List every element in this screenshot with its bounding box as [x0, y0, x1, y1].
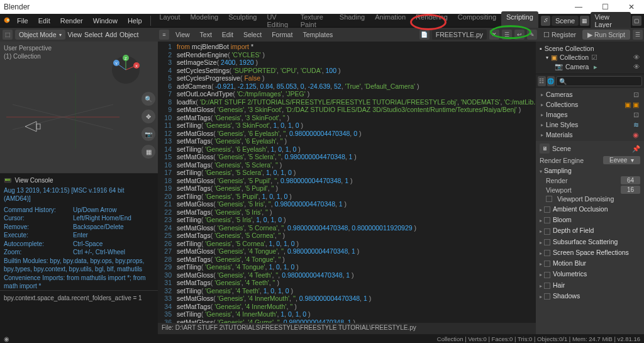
prop-linestyles[interactable]: ▸Line Styles≋: [537, 120, 643, 130]
panel-motion-blur[interactable]: ▸Motion Blur: [540, 259, 640, 267]
panel-volumetrics[interactable]: ▸Volumetrics: [540, 269, 640, 278]
outliner-camera[interactable]: Camera: [565, 63, 589, 70]
svg-text:Y: Y: [115, 62, 118, 65]
console-help-row: Zoom:Ctrl +/-, Ctrl-Wheel: [4, 248, 154, 257]
te-menu-format[interactable]: Format: [268, 30, 296, 40]
menu-help[interactable]: Help: [123, 16, 147, 26]
svg-text:Z: Z: [125, 57, 127, 60]
te-menu-edit[interactable]: Edit: [218, 30, 237, 40]
panel-subsurface-scattering[interactable]: ▸Subsurface Scattering: [540, 237, 640, 246]
scene-icon[interactable]: 𝓢: [541, 16, 550, 26]
viewlayer-selector[interactable]: View Layer: [591, 12, 630, 30]
console-header: 📟 View Console: [4, 176, 154, 185]
script-filename[interactable]: FREESTYLE.py: [432, 30, 487, 40]
workspace-tab-layout[interactable]: Layout: [154, 11, 185, 30]
scene-selector[interactable]: Scene: [552, 16, 579, 26]
menu-render[interactable]: Render: [56, 16, 87, 26]
workspace-tab-rendering[interactable]: Rendering: [411, 11, 453, 30]
camera-view-icon[interactable]: 📷: [142, 127, 155, 141]
menu-edit[interactable]: Edit: [34, 16, 55, 26]
editor-type-outliner[interactable]: ☰: [633, 30, 643, 40]
move-view-icon[interactable]: ✥: [142, 110, 155, 123]
console-help-row: Autocomplete:Ctrl-Space: [4, 240, 154, 249]
visibility-toggle-camera[interactable]: 👁: [633, 63, 640, 70]
filter-icon[interactable]: ☷: [538, 76, 546, 86]
new-layer-button[interactable]: ▢: [632, 16, 641, 26]
wrap-toggle[interactable]: ↩: [514, 30, 525, 40]
scene-collection-icon: ▪: [540, 45, 542, 52]
viewport-denoise-checkbox[interactable]: [546, 196, 552, 202]
editor-type-selector[interactable]: ⬚: [3, 30, 13, 40]
te-menu-text[interactable]: Text: [196, 30, 216, 40]
sampling-panel[interactable]: ▾Sampling: [540, 166, 640, 175]
perspective-toggle-icon[interactable]: ▦: [142, 145, 155, 159]
outliner-collection[interactable]: Collection: [560, 53, 589, 61]
3d-viewport[interactable]: User Perspective (1) Collection X Z: [0, 42, 158, 174]
te-menu-select[interactable]: Select: [240, 30, 265, 40]
code-content[interactable]: from mcjBlendBot import *setRenderEngine…: [177, 42, 536, 334]
workspace-tab-sculpting[interactable]: Sculpting: [223, 11, 262, 30]
prop-images[interactable]: ▸Images⊡: [537, 110, 643, 120]
vp-menu-view[interactable]: View: [68, 31, 82, 38]
register-checkbox[interactable]: ☐ Register: [540, 30, 580, 40]
camera-object: [25, 121, 40, 132]
workspace-tab-compositing[interactable]: Compositing: [453, 11, 501, 30]
vp-menu-object[interactable]: Object: [119, 31, 138, 38]
svg-marker-7: [25, 121, 36, 132]
layer-icon[interactable]: ▦: [580, 16, 589, 26]
workspace-tab-animation[interactable]: Animation: [370, 11, 411, 30]
app-title: Blender: [4, 3, 30, 11]
visibility-toggle[interactable]: 👁: [633, 53, 640, 61]
viewport-overlay-label: User Perspective (1) Collection: [4, 44, 52, 60]
unlink-button[interactable]: ✕: [489, 30, 499, 40]
menu-file[interactable]: File: [13, 16, 33, 26]
svg-point-2: [8, 20, 9, 21]
te-menu-view[interactable]: View: [172, 30, 194, 40]
orientation-gizmo[interactable]: X Z Y: [110, 54, 142, 86]
properties-panel: 🖥Scene📌 Render EngineEevee ▾ ▾Sampling R…: [536, 141, 644, 334]
outliner[interactable]: ▪Scene Collection ▾▣Collection☑👁 📷Camera…: [536, 42, 644, 74]
panel-hair[interactable]: ▸Hair: [540, 281, 640, 290]
scene-prop-icon[interactable]: 🖥: [540, 143, 550, 154]
vp-menu-add[interactable]: Add: [105, 31, 117, 38]
zoom-icon[interactable]: 🔍: [142, 92, 155, 106]
property-search-input[interactable]: [556, 76, 642, 86]
display-mode-icon[interactable]: 🌐: [547, 76, 555, 86]
panel-depth-of-field[interactable]: ▸Depth of Field: [540, 226, 640, 235]
panel-screen-space-reflections[interactable]: ▸Screen Space Reflections: [540, 248, 640, 257]
prop-cameras[interactable]: ▸Cameras⊡: [537, 89, 643, 99]
panel-bloom[interactable]: ▸Bloom: [540, 215, 640, 224]
pin-icon[interactable]: 📌: [632, 145, 640, 153]
mode-selector[interactable]: Object Mode▾: [15, 30, 65, 40]
minimize-button[interactable]: —: [570, 3, 587, 11]
workspace-tab-shading[interactable]: Shading: [335, 11, 370, 30]
render-engine-dropdown[interactable]: Eevee ▾: [603, 156, 640, 164]
blender-logo-icon: [3, 16, 11, 26]
text-datablock-icon[interactable]: 📄: [419, 30, 430, 40]
vp-menu-select[interactable]: Select: [84, 31, 103, 38]
workspace-tab-scripting[interactable]: Scripting: [501, 11, 538, 30]
workspace-tab-uv-editing[interactable]: UV Editing: [262, 11, 295, 30]
status-icon: ◉: [4, 335, 9, 342]
prop-materials[interactable]: ▸Materials◉: [537, 130, 643, 140]
viewport-samples-input[interactable]: 16: [621, 186, 640, 194]
panel-shadows[interactable]: ▸Shadows: [540, 291, 640, 300]
status-bar: ◉ Collection | Verts:0 | Faces:0 | Tris:…: [0, 334, 644, 343]
text-editor-type-icon[interactable]: ≡: [159, 30, 169, 40]
workspace-tab-modeling[interactable]: Modeling: [186, 11, 224, 30]
run-script-button[interactable]: ▶ Run Script: [582, 30, 630, 40]
menu-window[interactable]: Window: [89, 16, 122, 26]
render-samples-input[interactable]: 64: [621, 176, 640, 184]
maximize-button[interactable]: ☐: [596, 3, 614, 11]
text-editor-area[interactable]: 1234567891011121314151617181920212223242…: [158, 42, 536, 334]
line-numbers-toggle[interactable]: ☰: [502, 30, 512, 40]
panel-ambient-occlusion[interactable]: ▸Ambient Occlusion: [540, 205, 640, 213]
syntax-toggle[interactable]: ✎: [527, 30, 537, 40]
console-help-row: Execute:Enter: [4, 231, 154, 240]
python-console[interactable]: 📟 View Console Aug 13 2019, 14:10:15) [M…: [0, 174, 158, 290]
viewport-grid: [6, 73, 119, 149]
close-button[interactable]: ✕: [623, 3, 640, 11]
prop-collections[interactable]: ▸Collections▣ ▣: [537, 99, 643, 110]
workspace-tab-texture-paint[interactable]: Texture Paint: [296, 11, 335, 30]
te-menu-templates[interactable]: Templates: [299, 30, 336, 40]
